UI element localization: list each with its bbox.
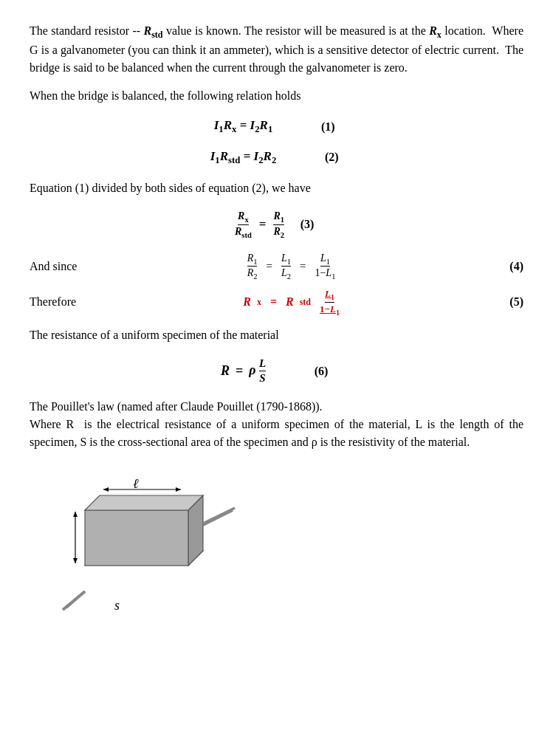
eq1-formula: I1Rx = I2R1 xyxy=(214,118,273,135)
svg-marker-12 xyxy=(73,558,78,563)
resistor-figure: ℓ s xyxy=(44,466,251,614)
therefore-label: Therefore xyxy=(30,295,118,309)
equation-3: Rx Rstd = R1 R2 (3) xyxy=(30,210,523,239)
equation-2: I1Rstd = I2R2 (2) xyxy=(30,149,523,166)
svg-marker-11 xyxy=(73,512,78,517)
equation-6: R = ρ L S (6) xyxy=(30,357,523,385)
and-since-row: And since R1 R2 = L1 L2 = L1 1−L1 (4) xyxy=(30,252,523,281)
therefore-row: Therefore Rx = Rstd L1 1−L1 (5) xyxy=(30,288,523,316)
resistor-svg: ℓ s xyxy=(44,466,251,614)
eq2-formula: I1Rstd = I2R2 xyxy=(210,149,277,166)
eq3-formula: Rx Rstd = R1 R2 xyxy=(235,210,284,239)
eq6-formula: R = ρ L S xyxy=(221,357,266,385)
svg-marker-5 xyxy=(85,495,203,510)
intro-paragraph: The standard resistor -- Rstd value is k… xyxy=(30,22,523,77)
eq3-number: (3) xyxy=(296,218,318,231)
and-since-label: And since xyxy=(30,260,118,273)
eq5-number: (5) xyxy=(464,295,523,309)
resistance-text: The resistance of a uniform specimen of … xyxy=(30,326,523,344)
svg-marker-9 xyxy=(103,487,109,492)
eq5-formula: Rx = Rstd L1 1−L1 xyxy=(118,288,464,316)
svg-marker-8 xyxy=(176,487,181,492)
svg-marker-4 xyxy=(85,510,188,566)
eq-division-text: Equation (1) divided by both sides of eq… xyxy=(30,179,523,197)
balanced-text: When the bridge is balanced, the followi… xyxy=(30,87,523,105)
eq4-formula: R1 R2 = L1 L2 = L1 1−L1 xyxy=(118,252,464,281)
svg-text:ℓ: ℓ xyxy=(133,476,139,491)
eq6-number: (6) xyxy=(310,365,332,378)
svg-text:s: s xyxy=(114,598,120,613)
eq4-number: (4) xyxy=(464,260,523,273)
equation-1: I1Rx = I2R1 (1) xyxy=(30,118,523,135)
svg-line-15 xyxy=(203,508,235,523)
eq1-number: (1) xyxy=(317,120,339,134)
pouillet-text: The Pouillet's law (named after Claude P… xyxy=(30,398,523,451)
eq2-number: (2) xyxy=(320,151,343,164)
svg-line-14 xyxy=(66,591,85,608)
